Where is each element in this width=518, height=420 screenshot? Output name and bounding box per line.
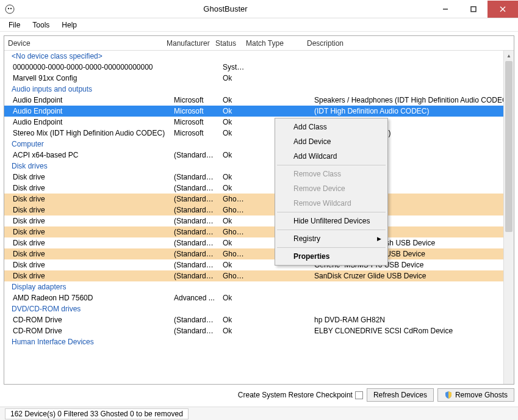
menu-help[interactable]: Help <box>56 19 83 31</box>
ctx-remove-wildcard: Remove Wildcard <box>276 196 386 211</box>
table-row[interactable]: Disk drive(Standard di...GhostedSanDisk … <box>4 270 514 281</box>
cell-status: Ok <box>219 183 250 193</box>
remove-ghosts-button[interactable]: Remove Ghosts <box>437 388 514 402</box>
ctx-separator <box>277 212 386 212</box>
cell-device: Audio Endpoint <box>12 95 170 105</box>
table-row[interactable]: Disk drive(Standard di...OkGeneric- Comp… <box>4 237 514 248</box>
table-row[interactable]: Disk drive(Standard di...GhostedUSB Devi… <box>4 226 514 237</box>
cell-manufacturer: Microsoft <box>170 128 219 138</box>
table-header: Device Manufacturer Status Match Type De… <box>4 36 514 51</box>
table-row[interactable]: CD-ROM Drive(Standard C...OkELBY CLONEDR… <box>4 325 514 336</box>
cell-status: Ok <box>219 150 250 160</box>
table-row[interactable]: Disk drive(Standard di...OkDevice <box>4 183 514 194</box>
cell-match <box>250 100 311 101</box>
cell-status: Ghosted <box>219 249 250 259</box>
table-row[interactable]: Marvell 91xx ConfigOk <box>4 73 514 84</box>
table-row[interactable]: Disk drive(Standard di...Ghosted <box>4 194 514 205</box>
ctx-remove-class: Remove Class <box>276 167 386 181</box>
ctx-add-wildcard[interactable]: Add Wildcard <box>276 149 386 164</box>
cell-manufacturer: (Standard C... <box>170 315 219 325</box>
col-description[interactable]: Description <box>303 37 514 50</box>
menu-tools[interactable]: Tools <box>26 19 56 31</box>
cell-device: Audio Endpoint <box>12 106 170 116</box>
group-header[interactable]: <No device class specified> <box>4 51 514 62</box>
cell-manufacturer: (Standard di... <box>170 194 219 204</box>
cell-match <box>250 330 311 331</box>
cell-match <box>250 110 311 112</box>
col-device[interactable]: Device <box>4 37 163 50</box>
table-row[interactable]: Disk drive(Standard di...Ghosted2A7B2 <box>4 205 514 215</box>
cell-manufacturer: (Standard di... <box>170 183 219 193</box>
table-row[interactable]: 00000000-0000-0000-0000-000000000000Syst… <box>4 62 514 73</box>
group-header[interactable]: Disk drives <box>4 161 514 172</box>
checkpoint-option[interactable]: Create System Restore Checkpoint <box>238 391 363 399</box>
titlebar: GhostBuster <box>0 0 518 18</box>
group-header[interactable]: Computer <box>4 139 514 150</box>
context-menu: Add Class Add Device Add Wildcard Remove… <box>275 118 388 266</box>
cell-status: Ghosted <box>219 194 250 204</box>
table-row[interactable]: Disk drive(Standard di...OkGeneric- MS/M… <box>4 259 514 270</box>
cell-manufacturer: (Standard di... <box>170 238 219 248</box>
cell-description <box>311 67 514 68</box>
cell-status: Ok <box>219 128 250 138</box>
cell-match <box>250 78 311 79</box>
ctx-registry[interactable]: Registry▶ <box>276 231 386 246</box>
table-row[interactable]: AMD Radeon HD 7560DAdvanced ...Ok <box>4 292 514 303</box>
cell-manufacturer: (Standard C... <box>170 326 219 336</box>
svg-point-1 <box>8 7 9 9</box>
cell-status: Ok <box>219 260 250 270</box>
cell-device: Disk drive <box>12 205 170 215</box>
vertical-scrollbar[interactable]: ▲ <box>503 51 514 384</box>
close-button[interactable] <box>487 1 518 18</box>
table-row[interactable]: Audio EndpointMicrosoftOk(IDT High Defin… <box>4 106 514 117</box>
ctx-hide-unfiltered[interactable]: Hide Unfiltered Devices <box>276 214 386 228</box>
cell-device: 00000000-0000-0000-0000-000000000000 <box>12 62 170 72</box>
scrollbar-thumb[interactable] <box>505 61 513 232</box>
menubar: File Tools Help <box>0 18 518 32</box>
status-text: 162 Device(s) 0 Filtered 33 Ghosted 0 to… <box>5 408 189 419</box>
cell-device: Marvell 91xx Config <box>12 73 170 83</box>
cell-device: Disk drive <box>12 238 170 248</box>
cell-device: ACPI x64-based PC <box>12 150 170 160</box>
table-row[interactable]: Audio EndpointMicrosoftOkMic (Ultra Visi… <box>4 117 514 128</box>
table-row[interactable]: Disk drive(Standard di...GhostedIC25N080… <box>4 248 514 259</box>
checkpoint-checkbox[interactable] <box>355 391 363 399</box>
col-match-type[interactable]: Match Type <box>242 37 303 50</box>
group-header[interactable]: Human Interface Devices <box>4 336 514 347</box>
ctx-separator <box>277 165 386 165</box>
cell-manufacturer <box>170 67 219 68</box>
table-row[interactable]: Stereo Mix (IDT High Definition Audio CO… <box>4 128 514 139</box>
minimize-button[interactable] <box>431 1 459 18</box>
table-row[interactable]: Disk drive(Standard di...Oke USB Device <box>4 172 514 183</box>
group-header[interactable]: DVD/CD-ROM drives <box>4 303 514 314</box>
refresh-devices-button[interactable]: Refresh Devices <box>367 388 434 402</box>
table-row[interactable]: Audio EndpointMicrosoftOkSpeakers / Head… <box>4 95 514 106</box>
cell-device: Stereo Mix (IDT High Definition Audio CO… <box>12 128 170 138</box>
cell-status: Ghosted <box>219 227 250 237</box>
cell-status: Ok <box>219 326 250 336</box>
table-row[interactable]: ACPI x64-based PC(Standard c...Ok <box>4 150 514 161</box>
ctx-add-device[interactable]: Add Device <box>276 134 386 149</box>
table-row[interactable]: Disk drive(Standard di...Ok2 <box>4 215 514 226</box>
cell-device: Disk drive <box>12 172 170 182</box>
maximize-button[interactable] <box>459 1 487 18</box>
ctx-add-class[interactable]: Add Class <box>276 120 386 134</box>
cell-description <box>311 78 514 79</box>
table-row[interactable]: CD-ROM Drive(Standard C...Okhp DVD-RAM G… <box>4 314 514 325</box>
cell-status: Ok <box>219 106 250 116</box>
table-body[interactable]: <No device class specified>00000000-0000… <box>4 51 514 384</box>
cell-device: Disk drive <box>12 194 170 204</box>
cell-status: Ok <box>219 73 250 83</box>
col-status[interactable]: Status <box>212 37 242 50</box>
cell-description: Speakers / Headphones (IDT High Definiti… <box>311 95 514 105</box>
cell-status: Ok <box>219 95 250 105</box>
ctx-properties[interactable]: Properties <box>276 249 386 264</box>
scroll-up-arrow[interactable]: ▲ <box>504 51 514 61</box>
svg-point-0 <box>5 5 14 13</box>
col-manufacturer[interactable]: Manufacturer <box>163 37 212 50</box>
cell-manufacturer: (Standard di... <box>170 227 219 237</box>
cell-manufacturer: (Standard c... <box>170 150 219 160</box>
menu-file[interactable]: File <box>2 19 26 31</box>
group-header[interactable]: Display adapters <box>4 281 514 292</box>
group-header[interactable]: Audio inputs and outputs <box>4 84 514 95</box>
